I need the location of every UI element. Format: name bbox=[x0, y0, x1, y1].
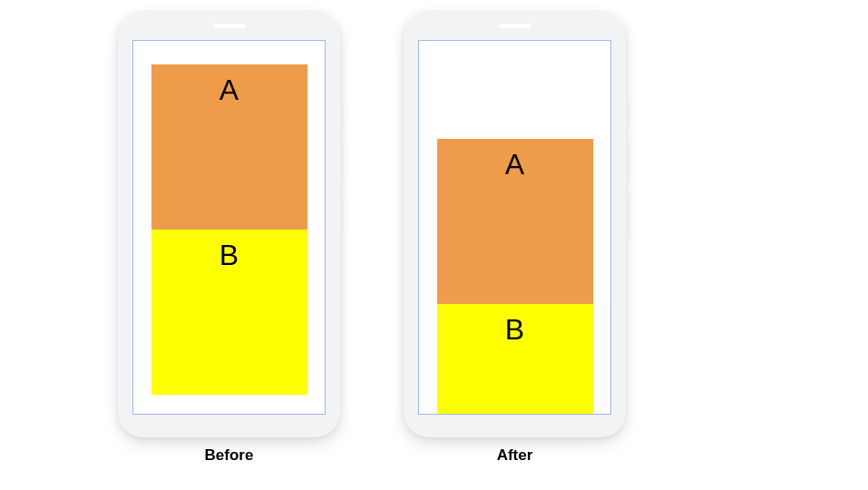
phone-col-before: A B Before bbox=[118, 11, 340, 465]
phone-frame-after: A B bbox=[404, 11, 626, 437]
block-a: A bbox=[437, 139, 593, 304]
phone-side-buttons bbox=[340, 102, 344, 236]
phone-screen-before: A B bbox=[132, 40, 326, 415]
phones-row: A B Before A B After bbox=[118, 11, 626, 465]
phone-screen-after: A B bbox=[418, 40, 611, 415]
block-b: B bbox=[437, 304, 593, 415]
block-b: B bbox=[151, 230, 307, 395]
caption-before: Before bbox=[205, 446, 254, 465]
phone-col-after: A B After bbox=[404, 11, 626, 465]
caption-after: After bbox=[497, 446, 533, 465]
block-a: A bbox=[151, 64, 307, 230]
phone-frame-before: A B bbox=[118, 11, 340, 437]
phone-side-buttons bbox=[626, 102, 629, 236]
